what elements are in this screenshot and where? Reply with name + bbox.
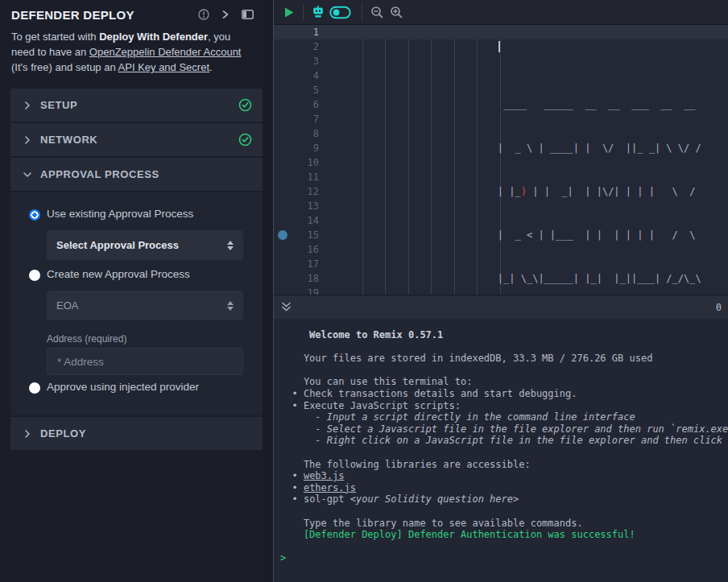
terminal-bullet-line: • ethers.js <box>280 482 728 494</box>
bullet-icon: • <box>280 400 304 411</box>
line-number-gutter: 1 2 3 4 5 6 7 8 9 10 11 12 13 14 15 16 1… <box>274 25 319 295</box>
radio-use-existing-approval[interactable] <box>29 209 40 221</box>
section-setup[interactable]: SETUP <box>10 89 263 122</box>
chevron-right-icon <box>21 99 34 112</box>
section-approval-process[interactable]: APPROVAL PROCESS <box>10 158 263 191</box>
line-number: 6 <box>274 97 319 112</box>
transaction-count-badge: 0 <box>716 302 722 313</box>
terminal-blank-line <box>280 541 728 553</box>
ai-copilot-icon[interactable] <box>308 2 328 22</box>
plugin-title: DEFENDER DEPLOY <box>11 8 197 22</box>
intro-text: . <box>209 61 213 73</box>
split-view-icon[interactable] <box>241 8 254 21</box>
section-deploy[interactable]: DEPLOY <box>10 417 263 450</box>
bullet-icon: • <box>280 493 304 505</box>
plugin-header-icons <box>197 8 254 21</box>
terminal-text: Execute JavaScript scripts: <box>304 400 461 411</box>
code-segment-error: ) <box>521 186 527 197</box>
terminal-bullet-line: • sol-gpt <your Solidity question here> <box>280 493 728 506</box>
section-network-label: NETWORK <box>40 134 238 146</box>
terminal-usage-intro: You can use this terminal to: <box>280 376 728 388</box>
approval-select-value: Select Approval Process <box>56 239 227 251</box>
terminal-type-hint: Type the library name to see available c… <box>280 518 728 530</box>
terminal-output[interactable]: Welcome to Remix 0.57.1 Your files are s… <box>274 319 728 582</box>
line-number: 2 <box>274 39 319 54</box>
chevron-right-icon <box>21 134 34 147</box>
terminal-prompt[interactable]: > <box>280 552 728 564</box>
line-number: 3 <box>274 54 319 68</box>
approval-type-select[interactable]: EOA <box>47 291 243 320</box>
ai-copilot-toggle[interactable] <box>328 2 352 22</box>
editor-toolbar <box>274 0 728 25</box>
code-line: |_| \_\|_____| |_| |_||___| /_/\_\ <box>346 271 728 286</box>
terminal-blank-line <box>280 447 728 459</box>
terminal-success-message: [Defender Deploy] Defender Authenticatio… <box>280 529 728 541</box>
line-number: 5 <box>274 83 319 97</box>
code-line: | _ \ | ____| | \/ ||_ _| \ \/ / <box>346 141 728 155</box>
remix-ide-window: DEFENDER DEPLOY To get started with Depl… <box>0 0 728 582</box>
text-cursor <box>498 41 500 52</box>
select-arrows-icon <box>227 241 234 250</box>
radio-create-new-label: Create new Approval Process <box>47 268 190 280</box>
breakpoint-dot[interactable] <box>278 230 287 240</box>
code-line: ____ _____ __ __ ___ __ __ <box>346 97 728 112</box>
terminal-storage-info: Your files are stored in indexedDB, 33.3… <box>280 353 728 365</box>
address-input[interactable] <box>47 348 243 375</box>
line-number: 19 <box>274 286 319 295</box>
web3js-link[interactable]: web3.js <box>304 470 345 481</box>
approval-process-select[interactable]: Select Approval Process <box>47 230 243 260</box>
approval-process-body: Use existing Approval Process Select App… <box>10 192 263 415</box>
line-number: 1 <box>274 25 319 39</box>
line-number: 13 <box>274 199 319 213</box>
plugin-intro-text: To get started with Deploy With Defender… <box>11 29 254 75</box>
terminal-toolbar: 0 <box>274 295 728 319</box>
panel-editor-gap <box>263 0 273 582</box>
plugin-header: DEFENDER DEPLOY <box>11 6 254 23</box>
run-script-button[interactable] <box>279 2 298 22</box>
code-content[interactable]: ____ _____ __ __ ___ __ __ | _ \ | ____|… <box>346 25 728 295</box>
code-segment: | |_ <box>346 186 521 197</box>
section-deploy-label: DEPLOY <box>40 427 252 440</box>
radio-create-new-approval[interactable] <box>29 270 40 281</box>
approval-type-value: EOA <box>56 299 227 312</box>
terminal-text: Check transactions details and start deb… <box>304 388 577 399</box>
line-number: 9 <box>274 141 319 155</box>
radio-injected-label: Approve using injected provider <box>47 381 199 393</box>
zoom-out-icon[interactable] <box>367 2 387 22</box>
code-editor[interactable]: 1 2 3 4 5 6 7 8 9 10 11 12 13 14 15 16 1… <box>274 25 728 295</box>
info-icon[interactable] <box>197 8 210 21</box>
address-field-label: Address (required) <box>47 333 126 345</box>
line-number: 11 <box>274 170 319 184</box>
line-number: 17 <box>274 257 319 271</box>
line-number: 16 <box>274 242 319 257</box>
section-network[interactable]: NETWORK <box>10 123 263 156</box>
bullet-icon: • <box>280 388 304 399</box>
defender-account-link[interactable]: OpenZeppelin Defender Account <box>89 46 242 58</box>
terminal-sub-item: - Right click on a JavaScript file in th… <box>280 435 728 447</box>
intro-bold: Deploy With Defender <box>99 31 208 43</box>
defender-deploy-panel: DEFENDER DEPLOY To get started with Depl… <box>0 0 263 582</box>
section-approval-label: APPROVAL PROCESS <box>40 168 252 180</box>
terminal-libs-intro: The following libraries are accessible: <box>280 459 728 471</box>
intro-text: (It's free) and setup an <box>11 61 118 73</box>
code-line: | _ < | |___ | | | | | | / \ <box>346 228 728 242</box>
line-number: 10 <box>274 155 319 170</box>
collapse-panel-icon[interactable] <box>219 8 232 21</box>
api-key-link[interactable]: API Key and Secret <box>118 61 209 73</box>
solgpt-hint: <your Solidity question here> <box>350 493 519 505</box>
radio-use-existing-label: Use existing Approval Process <box>47 208 193 220</box>
zoom-in-icon[interactable] <box>387 2 406 22</box>
line-number: 8 <box>274 126 319 141</box>
chevron-down-icon <box>21 168 34 181</box>
line-number: 18 <box>274 271 319 286</box>
terminal-bullet-line: • web3.js <box>280 470 728 482</box>
accordion-sections: SETUP NETWORK APPROVAL PROCESS <box>10 89 263 452</box>
intro-text: To get started with <box>11 31 99 43</box>
bullet-icon: • <box>280 470 304 481</box>
terminal-bullet-line: • Execute JavaScript scripts: <box>280 400 728 412</box>
collapse-terminal-icon[interactable] <box>280 302 292 312</box>
ethersjs-link[interactable]: ethers.js <box>304 482 356 493</box>
radio-injected-provider[interactable] <box>29 382 40 394</box>
network-complete-check-icon <box>238 133 252 147</box>
terminal-blank-line <box>280 506 728 518</box>
